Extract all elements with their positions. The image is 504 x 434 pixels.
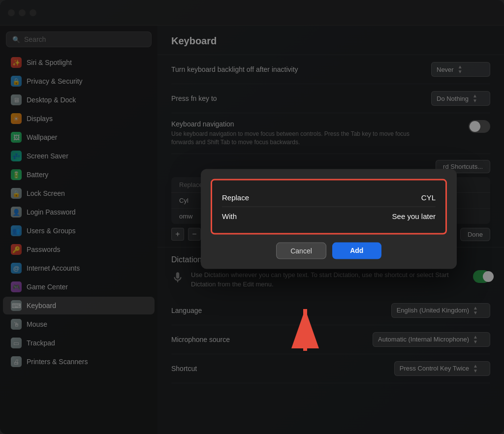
replace-field-label: Replace (222, 193, 249, 202)
replace-field-value: CYL (421, 193, 436, 202)
main-window: 🔍 Search ✨ Siri & Spotlight 🔒 Privacy & … (0, 0, 504, 434)
dialog-buttons: Cancel Add (201, 243, 457, 259)
with-row: With See you later (222, 207, 436, 225)
replacement-fields-box: Replace CYL With See you later (211, 179, 447, 235)
cancel-button[interactable]: Cancel (276, 243, 326, 259)
add-button[interactable]: Add (332, 243, 381, 259)
replace-row: Replace CYL (222, 188, 436, 207)
with-field-value: See you later (392, 212, 436, 220)
with-field-label: With (222, 212, 237, 220)
add-replacement-dialog: Replace CYL With See you later Cancel Ad… (201, 169, 457, 269)
